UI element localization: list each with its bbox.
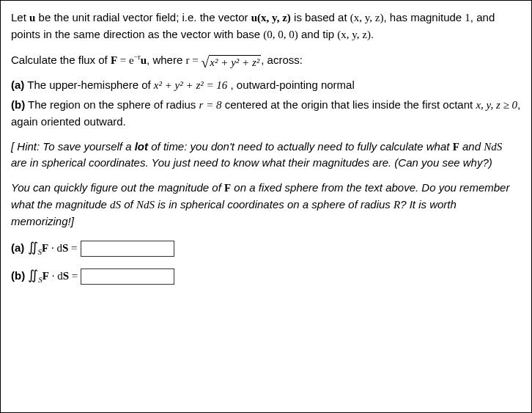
exp-neg-r: −r bbox=[134, 53, 141, 61]
hint-paragraph-1: [ Hint: To save yourself a lot of time: … bbox=[11, 139, 521, 172]
text: and bbox=[459, 140, 484, 153]
answer-a-row: (a) ∬SF · dS = bbox=[11, 238, 521, 258]
sphere-eq: x² + y² + z² = 16 bbox=[154, 79, 228, 91]
text: You can quickly figure out the magnitude… bbox=[11, 181, 224, 194]
text: is based at bbox=[291, 11, 350, 23]
text: of time: you don't need to actually need… bbox=[148, 140, 453, 153]
text: The region on the sphere of radius bbox=[25, 98, 199, 111]
double-integral-icon: ∬ bbox=[28, 268, 38, 282]
F-bold: F bbox=[43, 270, 49, 282]
dot-d: · d bbox=[48, 242, 62, 254]
text: and tip bbox=[298, 28, 337, 40]
double-integral-icon: ∬ bbox=[28, 240, 38, 255]
part-a-label: (a) bbox=[11, 78, 24, 91]
equals: = bbox=[69, 270, 78, 282]
F-bold: F bbox=[42, 242, 48, 254]
hint-paragraph-2: You can quickly figure out the magnitude… bbox=[11, 180, 521, 229]
xyz-tuple: (x, y, z) bbox=[337, 29, 371, 40]
octant-cond: x, y, z ≥ 0 bbox=[476, 99, 517, 111]
equals: = bbox=[68, 242, 77, 254]
answer-b-label: (b) bbox=[11, 269, 28, 282]
answer-a-input[interactable] bbox=[81, 241, 174, 257]
part-a: (a) The upper-hemisphere of x² + y² + z²… bbox=[11, 77, 521, 94]
part-b-label: (b) bbox=[11, 98, 25, 111]
r-eq: r = bbox=[185, 54, 201, 66]
dot-d: · d bbox=[49, 270, 63, 282]
u-bold: u bbox=[141, 54, 147, 66]
u-xyz: u(x, y, z) bbox=[251, 12, 291, 23]
text: , has magnitude bbox=[383, 11, 465, 23]
text: The upper-hemisphere of bbox=[24, 78, 154, 91]
lot-emph: lot bbox=[135, 140, 148, 153]
text: . bbox=[371, 28, 374, 40]
radicand: x² + y² + z² bbox=[209, 55, 261, 68]
calc-paragraph: Calculate the flux of F = e−ru, where r … bbox=[11, 52, 521, 69]
intro-paragraph: Let u be the unit radial vector field; i… bbox=[11, 10, 521, 43]
text: of bbox=[121, 198, 136, 211]
text: centered at the origin that lies inside … bbox=[222, 98, 476, 111]
F-bold: F bbox=[111, 54, 117, 66]
text: Calculate the flux of bbox=[11, 54, 111, 66]
radical-sign: √ bbox=[201, 54, 209, 70]
answer-a-label: (a) bbox=[11, 241, 28, 254]
F-bold: F bbox=[453, 141, 459, 153]
S-bold: S bbox=[62, 242, 68, 254]
part-b: (b) The region on the sphere of radius r… bbox=[11, 97, 521, 130]
sqrt-expr: √x² + y² + z² bbox=[201, 54, 261, 68]
text: Let bbox=[11, 11, 29, 23]
NdS: NdS bbox=[136, 199, 155, 211]
r-8: r = 8 bbox=[199, 99, 222, 111]
one: 1 bbox=[465, 12, 470, 23]
NdS: NdS bbox=[484, 141, 502, 153]
eq-e: = e bbox=[117, 54, 134, 66]
problem-page: Let u be the unit radial vector field; i… bbox=[0, 0, 532, 413]
text: is in spherical coordinates on a sphere … bbox=[155, 198, 394, 211]
F-bold: F bbox=[224, 182, 231, 194]
answer-b-row: (b) ∬SF · dS = bbox=[11, 266, 521, 286]
dS: dS bbox=[110, 199, 121, 211]
text: are in spherical coordinates. You just n… bbox=[11, 156, 492, 169]
text: , where bbox=[147, 54, 185, 66]
origin-tuple: (0, 0, 0) bbox=[263, 29, 298, 40]
text: , across: bbox=[261, 54, 303, 66]
answer-b-input[interactable] bbox=[81, 268, 174, 285]
R: R bbox=[394, 199, 400, 211]
S-bold: S bbox=[63, 270, 69, 282]
text: [ Hint: To save yourself a bbox=[11, 140, 135, 153]
text: be the unit radial vector field; i.e. th… bbox=[35, 11, 251, 23]
text: , outward-pointing normal bbox=[227, 78, 354, 91]
xyz-tuple: (x, y, z) bbox=[350, 12, 384, 23]
